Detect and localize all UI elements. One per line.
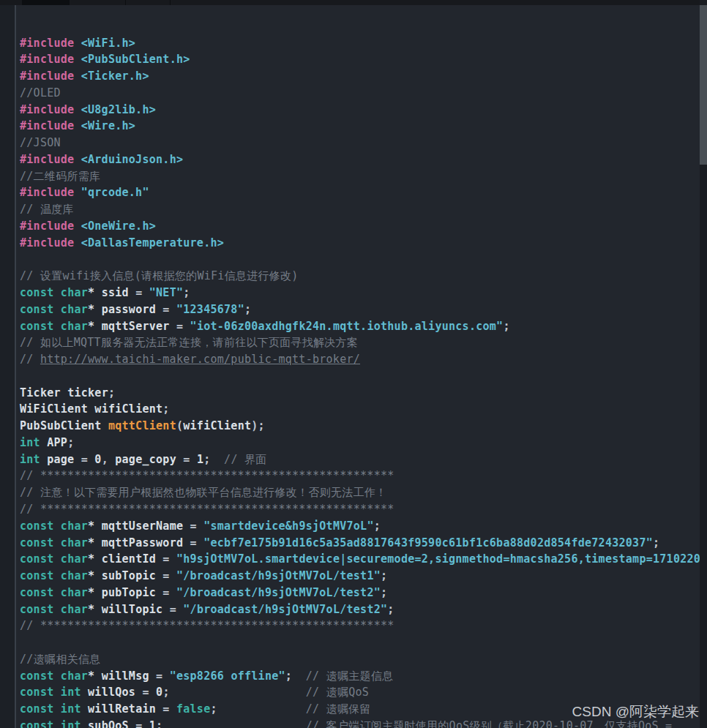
- code-line: const char* willMsg = "esp8266 offline";…: [20, 668, 707, 685]
- code-line: [20, 634, 707, 651]
- code-line: [20, 251, 707, 268]
- code-line: // *************************************…: [20, 468, 707, 484]
- code-line: const char* mqttUserName = "smartdevice&…: [20, 518, 707, 535]
- code-line: const char* pubTopic = "/broadcast/h9sjO…: [20, 585, 707, 601]
- code-line: const char* password = "12345678";: [20, 301, 707, 318]
- code-line: //二维码所需库: [20, 168, 707, 185]
- code-line: #include <U8g2lib.h>: [20, 102, 707, 119]
- code-line: // 温度库: [20, 201, 707, 218]
- code-line: [20, 368, 707, 385]
- code-line: // http://www.taichi-maker.com/public-mq…: [20, 351, 707, 368]
- code-line: const char* ssid = "NET";: [20, 285, 707, 301]
- toolbar-strip-divider: [125, 0, 126, 5]
- code-line: #include <ArduinoJson.h>: [20, 151, 707, 168]
- code-line: Ticker ticker;: [20, 385, 707, 402]
- code-line: const char* willTopic = "/broadcast/h9sj…: [20, 601, 707, 618]
- scrollbar[interactable]: [700, 0, 707, 728]
- code-area[interactable]: #include <WiFi.h>#include <PubSubClient.…: [20, 1, 707, 728]
- code-line: #include <WiFi.h>: [20, 35, 707, 52]
- code-line: // *************************************…: [20, 618, 707, 634]
- code-editor: #include <WiFi.h>#include <PubSubClient.…: [0, 0, 707, 728]
- code-line: // 设置wifi接入信息(请根据您的WiFi信息进行修改): [20, 268, 707, 285]
- code-line: const int willQos = 0; // 遗嘱QoS: [20, 684, 707, 701]
- code-line: #include <Wire.h>: [20, 118, 707, 135]
- code-line: const char* subTopic = "/broadcast/h9sjO…: [20, 568, 707, 585]
- toolbar-strip-segment: [22, 0, 70, 5]
- code-line: WiFiClient wifiClient;: [20, 401, 707, 418]
- toolbar-strip: [0, 0, 707, 5]
- code-line: #include <OneWire.h>: [20, 218, 707, 235]
- code-line: #include "qrcode.h": [20, 184, 707, 201]
- toolbar-strip-divider: [170, 0, 171, 5]
- code-line: const char* mqttServer = "iot-06z00axdhg…: [20, 318, 707, 335]
- code-lines: #include <WiFi.h>#include <PubSubClient.…: [20, 35, 707, 728]
- code-line: //遗嘱相关信息: [20, 651, 707, 668]
- editor-gutter: [0, 5, 15, 728]
- code-line: //OLED: [20, 85, 707, 102]
- code-line: const char* mqttPassword = "ecbf7e175b91…: [20, 535, 707, 552]
- code-line: const char* clientId = "h9sjOtMV7oL.smar…: [20, 551, 707, 568]
- code-line: // 如以上MQTT服务器无法正常连接，请前往以下页面寻找解决方案: [20, 334, 707, 351]
- gutter-divider: [15, 0, 16, 728]
- code-line: //JSON: [20, 135, 707, 151]
- watermark: CSDN @阿柒学起来: [572, 702, 699, 721]
- code-line: #include <Ticker.h>: [20, 68, 707, 85]
- code-line: #include <PubSubClient.h>: [20, 51, 707, 68]
- code-line: PubSubClient mqttClient(wifiClient);: [20, 418, 707, 435]
- code-line: int APP;: [20, 435, 707, 451]
- code-line: int page = 0, page_copy = 1; // 界面: [20, 451, 707, 468]
- code-line: // *************************************…: [20, 501, 707, 518]
- code-line: // 注意！以下需要用户根据然也物联平台信息进行修改！否则无法工作！: [20, 484, 707, 501]
- code-line: #include <DallasTemperature.h>: [20, 235, 707, 252]
- scrollbar-thumb[interactable]: [700, 5, 707, 165]
